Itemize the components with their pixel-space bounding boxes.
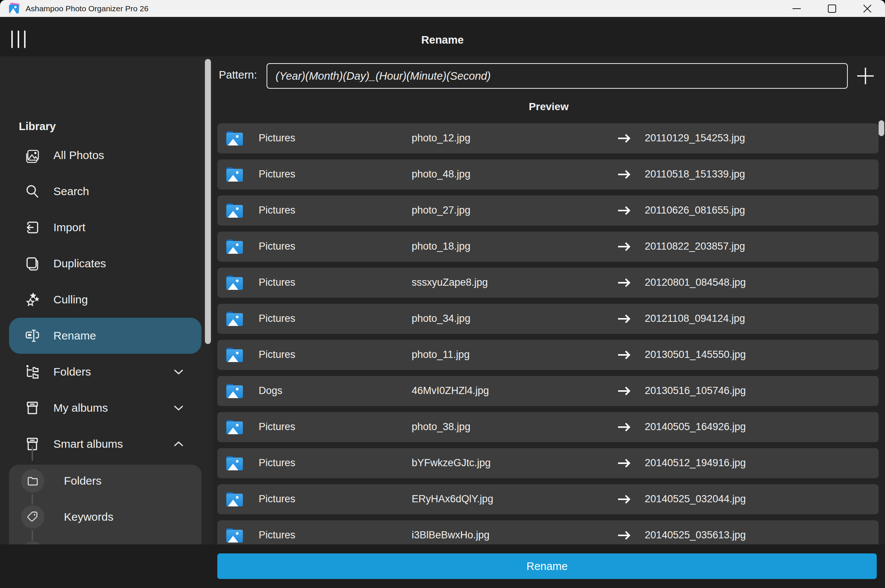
sidebar-item-smart-folders[interactable]: Folders bbox=[9, 463, 202, 499]
pictures-folder-icon bbox=[226, 491, 244, 507]
pictures-folder-icon bbox=[226, 383, 244, 399]
sidebar-item-label: All Photos bbox=[53, 149, 104, 162]
sidebar-item-folders[interactable]: Folders bbox=[9, 354, 202, 390]
sidebar-item-all-photos[interactable]: All Photos bbox=[9, 137, 202, 173]
row-folder: Pictures bbox=[259, 421, 296, 433]
row-new-name: 20140512_194916.jpg bbox=[645, 457, 746, 469]
sidebar-item-label: Duplicates bbox=[53, 257, 106, 270]
chevron-down-icon[interactable] bbox=[173, 405, 184, 411]
row-old-name: i3BlBeBwxHo.jpg bbox=[412, 529, 489, 541]
row-folder: Pictures bbox=[259, 349, 296, 361]
pictures-folder-icon bbox=[226, 275, 244, 291]
row-folder: Pictures bbox=[259, 313, 296, 324]
preview-row[interactable]: Pictures bYFwkzeGJtc.jpg 20140512_194916… bbox=[217, 448, 879, 478]
row-old-name: photo_18.jpg bbox=[412, 241, 470, 252]
row-old-name: 46MvI0ZHZl4.jpg bbox=[412, 385, 489, 397]
row-new-name: 20140525_035613.jpg bbox=[645, 529, 746, 541]
arrow-right-icon bbox=[617, 493, 632, 506]
bottom-bar: Rename bbox=[0, 544, 885, 588]
import-icon bbox=[24, 219, 41, 236]
album-box-icon bbox=[24, 400, 41, 416]
pictures-folder-icon bbox=[226, 130, 244, 146]
row-old-name: bYFwkzeGJtc.jpg bbox=[412, 457, 491, 469]
row-new-name: 20110626_081655.jpg bbox=[645, 205, 745, 216]
sidebar-item-keywords[interactable]: Keywords bbox=[9, 499, 202, 535]
row-folder: Pictures bbox=[259, 493, 296, 505]
row-new-name: 20110129_154253.jpg bbox=[645, 132, 745, 144]
row-folder: Pictures bbox=[259, 132, 296, 144]
maximize-button[interactable] bbox=[814, 0, 850, 17]
arrow-right-icon bbox=[617, 276, 632, 289]
close-button[interactable] bbox=[850, 0, 885, 17]
titlebar: Ashampoo Photo Organizer Pro 26 bbox=[0, 0, 885, 17]
pictures-folder-icon bbox=[226, 347, 244, 363]
arrow-right-icon bbox=[617, 529, 632, 542]
row-new-name: 20110822_203857.jpg bbox=[645, 241, 745, 252]
duplicates-icon bbox=[24, 255, 41, 272]
row-folder: Pictures bbox=[259, 241, 296, 252]
pictures-folder-icon bbox=[226, 455, 244, 471]
row-new-name: 20140525_032044.jpg bbox=[645, 493, 746, 505]
folder-icon bbox=[27, 475, 39, 487]
folder-tree-icon bbox=[24, 364, 41, 380]
row-old-name: sssxyuZape8.jpg bbox=[412, 277, 488, 288]
pictures-folder-icon bbox=[226, 419, 244, 435]
sidebar-item-label: Keywords bbox=[64, 511, 114, 523]
sidebar-item-my-albums[interactable]: My albums bbox=[9, 390, 202, 426]
sidebar-item-smart-albums[interactable]: Smart albums bbox=[9, 426, 202, 462]
arrow-right-icon bbox=[617, 420, 632, 434]
preview-row[interactable]: Pictures photo_34.jpg 20121108_094124.jp… bbox=[217, 304, 879, 334]
preview-row[interactable]: Pictures photo_12.jpg 20110129_154253.jp… bbox=[217, 123, 879, 153]
chevron-up-icon[interactable] bbox=[173, 441, 184, 447]
sidebar: Library All Photos Search bbox=[0, 56, 212, 588]
app-window: Ashampoo Photo Organizer Pro 26 Rename L… bbox=[0, 0, 885, 588]
preview-list: Pictures photo_12.jpg 20110129_154253.jp… bbox=[212, 123, 885, 544]
row-folder: Pictures bbox=[259, 168, 296, 180]
pattern-input[interactable] bbox=[267, 63, 848, 89]
pictures-folder-icon bbox=[226, 239, 244, 255]
rename-panel: Pattern: Preview bbox=[212, 56, 885, 588]
library-section-label: Library bbox=[19, 120, 56, 133]
app-logo-icon bbox=[8, 3, 20, 15]
arrow-right-icon bbox=[617, 312, 632, 326]
sidebar-item-duplicates[interactable]: Duplicates bbox=[9, 246, 202, 282]
sidebar-item-label: Culling bbox=[53, 293, 88, 306]
preview-row[interactable]: Pictures photo_38.jpg 20140505_164926.jp… bbox=[217, 412, 879, 442]
row-new-name: 20130501_145550.jpg bbox=[645, 349, 746, 361]
pictures-folder-icon bbox=[226, 311, 244, 327]
sidebar-scrollbar[interactable] bbox=[205, 59, 211, 344]
preview-row[interactable]: Pictures ERyHAx6dQlY.jpg 20140525_032044… bbox=[217, 484, 879, 514]
preview-row[interactable]: Dogs 46MvI0ZHZl4.jpg 20130516_105746.jpg bbox=[217, 376, 879, 406]
minimize-button[interactable] bbox=[779, 0, 814, 17]
preview-row[interactable]: Pictures i3BlBeBwxHo.jpg 20140525_035613… bbox=[217, 520, 879, 544]
sidebar-item-culling[interactable]: Culling bbox=[9, 282, 202, 318]
pictures-folder-icon bbox=[226, 527, 244, 543]
sidebar-item-label: Folders bbox=[53, 365, 91, 378]
arrow-right-icon bbox=[617, 384, 632, 398]
sidebar-item-search[interactable]: Search bbox=[9, 173, 202, 209]
preview-scrollbar[interactable] bbox=[879, 120, 884, 136]
sidebar-item-label: My albums bbox=[53, 402, 108, 414]
row-folder: Pictures bbox=[259, 457, 296, 469]
preview-row[interactable]: Pictures photo_48.jpg 20110518_151339.jp… bbox=[217, 159, 879, 189]
preview-row[interactable]: Pictures photo_18.jpg 20110822_203857.jp… bbox=[217, 232, 879, 262]
plus-icon[interactable] bbox=[856, 66, 875, 86]
row-old-name: photo_11.jpg bbox=[412, 349, 470, 361]
row-old-name: photo_48.jpg bbox=[412, 168, 470, 180]
row-new-name: 20120801_084548.jpg bbox=[645, 277, 746, 288]
preview-row[interactable]: Pictures photo_11.jpg 20130501_145550.jp… bbox=[217, 340, 879, 370]
row-new-name: 20140505_164926.jpg bbox=[645, 421, 746, 433]
sidebar-item-label: Rename bbox=[53, 329, 96, 342]
sidebar-item-rename[interactable]: Rename bbox=[9, 318, 202, 354]
page-title: Rename bbox=[0, 34, 885, 46]
preview-row[interactable]: Pictures photo_27.jpg 20110626_081655.jp… bbox=[217, 195, 879, 226]
chevron-down-icon[interactable] bbox=[173, 368, 184, 375]
row-new-name: 20110518_151339.jpg bbox=[645, 168, 745, 180]
rename-button[interactable]: Rename bbox=[217, 553, 877, 579]
photos-icon bbox=[24, 147, 41, 164]
rename-icon bbox=[24, 327, 41, 344]
row-new-name: 20121108_094124.jpg bbox=[645, 313, 745, 324]
preview-row[interactable]: Pictures sssxyuZape8.jpg 20120801_084548… bbox=[217, 268, 879, 298]
arrow-right-icon bbox=[617, 240, 632, 253]
sidebar-item-import[interactable]: Import bbox=[9, 209, 202, 246]
